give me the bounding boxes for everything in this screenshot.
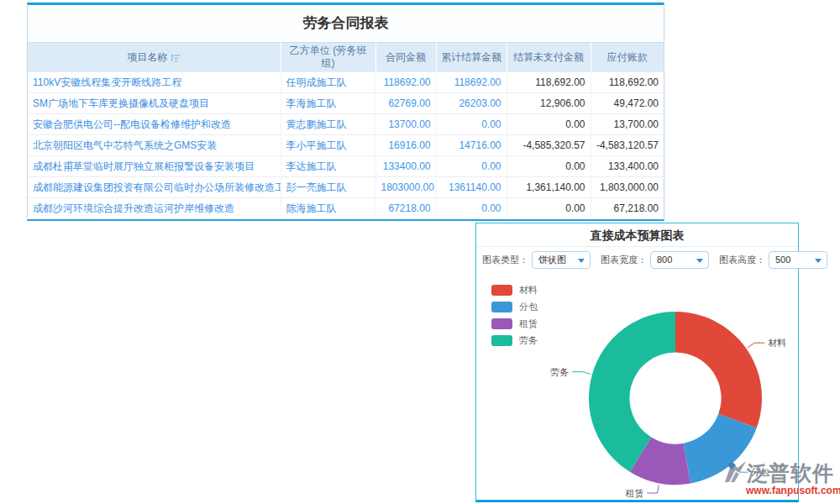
pie-label-租赁: 租赁 (625, 488, 643, 498)
chart-control-2: 图表高度：500 (719, 251, 827, 269)
chevron-down-icon (815, 259, 822, 263)
column-header-3: 累计结算金额 (436, 43, 507, 72)
column-header-0[interactable]: 项目名称 (28, 43, 281, 72)
chart-control-label: 图表类型： (482, 254, 528, 266)
team-name-link[interactable]: 李达施工队 (281, 156, 375, 177)
watermark-brand-text: 泛普软件 (747, 462, 834, 484)
chevron-down-icon (578, 259, 585, 263)
contract-amount-value: 133400.00 (375, 156, 436, 177)
table-row: SM广场地下车库更换摄像机及硬盘项目李海施工队62769.0026203.001… (28, 93, 664, 114)
table-row: 110kV安徽线程集变开断线路工程任明成施工队118692.00118692.0… (28, 72, 664, 93)
pie-label-line (572, 372, 591, 375)
fanpu-logo-icon (724, 460, 747, 484)
payable-value: 13,700.00 (591, 114, 664, 135)
chart-title: 直接成本预算图表 (476, 223, 798, 247)
project-name-link[interactable]: 成都杜甫草堂临时展厅独立展柜报警设备安装项目 (28, 156, 281, 177)
column-header-2: 合同金额 (375, 43, 436, 72)
table-header-row: 项目名称乙方单位 (劳务班组)合同金额累计结算金额结算未支付金额应付账款 (28, 43, 664, 72)
project-name-link[interactable]: 110kV安徽线程集变开断线路工程 (28, 72, 281, 93)
column-header-1: 乙方单位 (劳务班组) (281, 43, 375, 72)
table-row: 成都能源建设集团投资有限公司临时办公场所装修改造工程EPC彭一亮施工队18030… (28, 177, 664, 198)
settled-amount-value: 1361140.00 (436, 177, 507, 198)
chevron-down-icon (696, 259, 703, 263)
contract-amount-value: 1803000.00 (375, 177, 436, 198)
column-header-label: 应付账款 (607, 51, 648, 63)
page: 劳务合同报表 项目名称乙方单位 (劳务班组)合同金额累计结算金额结算未支付金额应… (0, 0, 840, 504)
column-header-4: 结算未支付金额 (507, 43, 591, 72)
contract-amount-value: 118692.00 (375, 72, 436, 93)
project-name-link[interactable]: 北京朝阳区电气中芯特气系统之GMS安装 (28, 135, 281, 156)
column-header-5: 应付账款 (591, 43, 664, 72)
table-row: 成都杜甫草堂临时展厅独立展柜报警设备安装项目李达施工队133400.000.00… (28, 156, 664, 177)
settled-amount-value: 0.00 (436, 114, 507, 135)
project-name-link[interactable]: SM广场地下车库更换摄像机及硬盘项目 (28, 93, 281, 114)
settled-amount-value: 26203.00 (436, 93, 507, 114)
project-name-link[interactable]: 成都能源建设集团投资有限公司临时办公场所装修改造工程EPC (28, 177, 281, 198)
settled-amount-value: 0.00 (436, 156, 507, 177)
settled-unpaid-value: 1,361,140.00 (507, 177, 591, 198)
project-name-link[interactable]: 安徽合肥供电公司--配电设备检修维护和改造 (28, 114, 281, 135)
team-name-link[interactable]: 陈海施工队 (281, 198, 375, 219)
chart-controls: 图表类型：饼状图图表宽度：800图表高度：500 (476, 247, 798, 273)
chart-control-label: 图表高度： (719, 254, 765, 266)
settled-unpaid-value: -4,585,320.57 (507, 135, 591, 156)
column-header-label: 结算未支付金额 (513, 51, 584, 63)
table-row: 安徽合肥供电公司--配电设备检修维护和改造黄志鹏施工队13700.000.000… (28, 114, 664, 135)
pie-label-line (748, 343, 764, 348)
column-header-label: 累计结算金额 (441, 51, 501, 63)
chart-control-select-1[interactable]: 800 (650, 251, 709, 269)
pie-label-材料: 材料 (768, 338, 786, 348)
team-name-link[interactable]: 任明成施工队 (281, 72, 375, 93)
sort-icon[interactable] (171, 53, 181, 62)
team-name-link[interactable]: 李海施工队 (281, 93, 375, 114)
payable-value: -4,583,120.57 (591, 135, 664, 156)
contract-amount-value: 16916.00 (375, 135, 436, 156)
contract-amount-value: 67218.00 (375, 198, 436, 219)
team-name-link[interactable]: 黄志鹏施工队 (281, 114, 375, 135)
team-name-link[interactable]: 彭一亮施工队 (281, 177, 375, 198)
payable-value: 1,803,000.00 (591, 177, 664, 198)
column-header-label: 乙方单位 (劳务班组) (290, 45, 366, 69)
settled-amount-value: 0.00 (436, 198, 507, 219)
report-table: 项目名称乙方单位 (劳务班组)合同金额累计结算金额结算未支付金额应付账款 110… (28, 42, 664, 219)
settled-unpaid-value: 118,692.00 (507, 72, 591, 93)
column-header-label: 合同金额 (386, 51, 426, 63)
settled-amount-value: 14716.00 (436, 135, 507, 156)
table-row: 成都沙河环境综合提升改造运河护岸维修改造陈海施工队67218.000.000.0… (28, 198, 664, 219)
watermark: 泛普软件 www.fanpusoft.com (724, 460, 838, 496)
settled-unpaid-value: 0.00 (507, 114, 591, 135)
chart-control-label: 图表宽度： (601, 254, 647, 266)
payable-value: 67,218.00 (591, 198, 664, 219)
table-row: 北京朝阳区电气中芯特气系统之GMS安装李小平施工队16916.0014716.0… (28, 135, 664, 156)
payable-value: 118,692.00 (591, 72, 664, 93)
team-name-link[interactable]: 李小平施工队 (281, 135, 375, 156)
project-name-link[interactable]: 成都沙河环境综合提升改造运河护岸维修改造 (28, 198, 281, 219)
settled-unpaid-value: 12,906.00 (507, 93, 591, 114)
pie-slice-材料[interactable] (675, 312, 762, 428)
payable-value: 133,400.00 (591, 156, 664, 177)
labor-contract-report-panel: 劳务合同报表 项目名称乙方单位 (劳务班组)合同金额累计结算金额结算未支付金额应… (27, 3, 664, 221)
chart-control-select-0[interactable]: 饼状图 (532, 251, 591, 269)
settled-unpaid-value: 0.00 (507, 156, 591, 177)
settled-unpaid-value: 0.00 (507, 198, 591, 219)
chart-control-1: 图表宽度：800 (601, 251, 709, 269)
payable-value: 49,472.00 (591, 93, 664, 114)
pie-label-line (647, 485, 659, 493)
settled-amount-value: 118692.00 (436, 72, 507, 93)
report-title: 劳务合同报表 (28, 5, 664, 42)
chart-control-select-2[interactable]: 500 (769, 251, 827, 269)
contract-amount-value: 62769.00 (375, 93, 436, 114)
column-header-label: 项目名称 (127, 51, 167, 63)
pie-label-劳务: 劳务 (550, 367, 569, 377)
chart-control-0: 图表类型：饼状图 (482, 251, 591, 269)
watermark-url-text: www.fanpusoft.com (724, 485, 838, 496)
contract-amount-value: 13700.00 (375, 114, 436, 135)
